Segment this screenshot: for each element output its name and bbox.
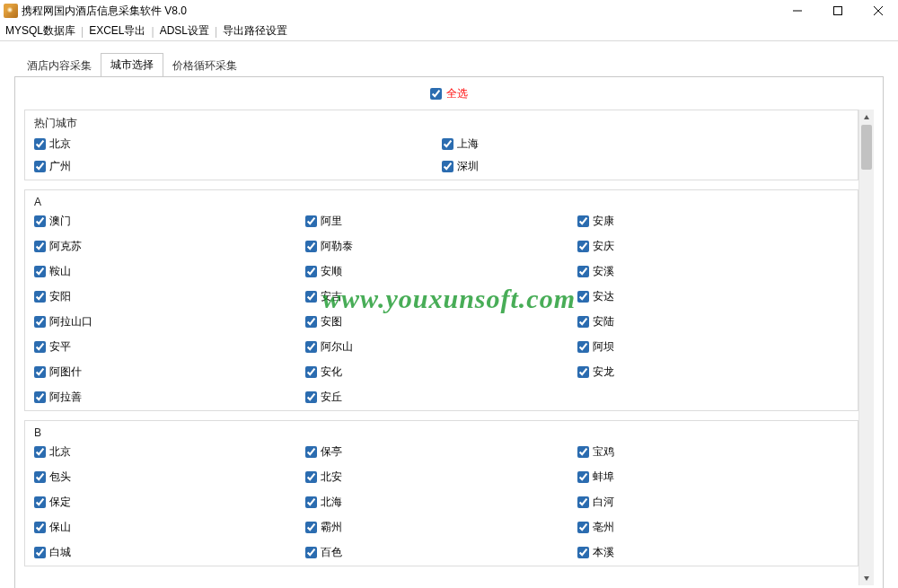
scroll-up-icon[interactable]	[859, 110, 875, 125]
city-item[interactable]: 霸州	[305, 520, 577, 535]
city-item[interactable]: 广州	[34, 159, 442, 174]
city-checkbox[interactable]	[442, 161, 453, 172]
city-item[interactable]: 北京	[34, 444, 305, 460]
city-item[interactable]: 深圳	[442, 159, 850, 174]
city-checkbox[interactable]	[577, 316, 589, 328]
city-checkbox[interactable]	[305, 471, 317, 483]
city-item[interactable]: 安康	[577, 214, 849, 229]
city-item[interactable]: 阿勒泰	[305, 239, 577, 254]
city-checkbox[interactable]	[305, 266, 317, 277]
city-item[interactable]: 包头	[34, 470, 305, 485]
city-checkbox[interactable]	[305, 316, 317, 328]
city-checkbox[interactable]	[577, 471, 589, 483]
maximize-button[interactable]	[817, 0, 858, 22]
city-item[interactable]: 安陆	[577, 314, 849, 329]
tab-hotel-content[interactable]: 酒店内容采集	[18, 55, 101, 77]
city-item[interactable]: 保亭	[305, 444, 577, 460]
city-checkbox[interactable]	[34, 316, 46, 328]
city-item[interactable]: 阿拉山口	[34, 314, 305, 329]
vertical-scrollbar[interactable]	[858, 110, 874, 585]
close-button[interactable]	[858, 0, 898, 22]
city-checkbox[interactable]	[577, 266, 589, 277]
city-item[interactable]: 宝鸡	[577, 444, 849, 460]
city-item[interactable]: 北京	[34, 136, 442, 152]
select-all-label[interactable]: 全选	[446, 87, 468, 100]
city-item[interactable]: 蚌埠	[577, 470, 849, 485]
scroll-thumb[interactable]	[861, 125, 872, 170]
city-item[interactable]: 百色	[305, 545, 577, 560]
city-item[interactable]: 本溪	[577, 545, 849, 560]
city-checkbox[interactable]	[577, 241, 589, 252]
city-checkbox[interactable]	[577, 496, 589, 508]
city-checkbox[interactable]	[305, 446, 317, 458]
tab-price-loop[interactable]: 价格循环采集	[163, 55, 246, 77]
city-checkbox[interactable]	[34, 522, 46, 533]
city-checkbox[interactable]	[577, 215, 589, 227]
city-checkbox[interactable]	[305, 391, 317, 403]
city-checkbox[interactable]	[577, 366, 589, 378]
city-checkbox[interactable]	[305, 547, 317, 558]
city-item[interactable]: 阿图什	[34, 364, 305, 380]
city-checkbox[interactable]	[34, 266, 46, 277]
menu-item-excel[interactable]: EXCEL导出	[89, 23, 145, 39]
city-item[interactable]: 鞍山	[34, 264, 305, 279]
city-checkbox[interactable]	[34, 341, 46, 353]
city-item[interactable]: 保山	[34, 520, 305, 535]
city-item[interactable]: 阿坝	[577, 339, 849, 355]
city-checkbox[interactable]	[305, 496, 317, 508]
city-item[interactable]: 安化	[305, 364, 577, 380]
city-item[interactable]: 阿里	[305, 214, 577, 229]
city-checkbox[interactable]	[34, 446, 46, 458]
city-item[interactable]: 安阳	[34, 289, 305, 304]
city-item[interactable]: 安图	[305, 314, 577, 329]
city-item[interactable]: 安庆	[577, 239, 849, 254]
city-checkbox[interactable]	[34, 138, 46, 150]
city-checkbox[interactable]	[34, 161, 46, 172]
menu-item-adsl[interactable]: ADSL设置	[160, 23, 209, 39]
scroll-down-icon[interactable]	[859, 570, 875, 585]
city-checkbox[interactable]	[577, 522, 589, 533]
city-item[interactable]: 北安	[305, 470, 577, 485]
city-item[interactable]: 北海	[305, 495, 577, 510]
city-item[interactable]: 安溪	[577, 264, 849, 279]
city-item[interactable]: 阿尔山	[305, 339, 577, 355]
city-item[interactable]: 安平	[34, 339, 305, 355]
menu-item-exportpath[interactable]: 导出路径设置	[223, 23, 287, 39]
city-item[interactable]: 安达	[577, 289, 849, 304]
city-checkbox[interactable]	[305, 215, 317, 227]
city-item[interactable]: 安吉	[305, 289, 577, 304]
city-checkbox[interactable]	[577, 341, 589, 353]
city-checkbox[interactable]	[34, 391, 46, 403]
scroll-track[interactable]	[859, 125, 874, 570]
city-checkbox[interactable]	[34, 471, 46, 483]
city-checkbox[interactable]	[305, 241, 317, 252]
city-item[interactable]: 安丘	[305, 390, 577, 405]
city-item[interactable]: 保定	[34, 495, 305, 510]
city-item[interactable]: 阿克苏	[34, 239, 305, 254]
city-checkbox[interactable]	[305, 291, 317, 303]
city-checkbox[interactable]	[305, 522, 317, 533]
city-checkbox[interactable]	[34, 241, 46, 252]
city-checkbox[interactable]	[34, 215, 46, 227]
city-checkbox[interactable]	[577, 547, 589, 558]
city-item[interactable]: 安顺	[305, 264, 577, 279]
select-all-checkbox[interactable]	[430, 88, 442, 100]
tab-city-select[interactable]: 城市选择	[101, 53, 163, 77]
city-item[interactable]: 白城	[34, 545, 305, 560]
minimize-button[interactable]	[777, 0, 817, 22]
menu-item-mysql[interactable]: MYSQL数据库	[5, 23, 75, 39]
city-checkbox[interactable]	[305, 366, 317, 378]
city-item[interactable]: 上海	[442, 136, 850, 152]
city-checkbox[interactable]	[577, 291, 589, 303]
city-checkbox[interactable]	[577, 446, 589, 458]
city-item[interactable]: 阿拉善	[34, 390, 305, 405]
city-item[interactable]: 澳门	[34, 214, 305, 229]
city-checkbox[interactable]	[34, 366, 46, 378]
city-checkbox[interactable]	[34, 496, 46, 508]
city-checkbox[interactable]	[442, 138, 453, 150]
city-checkbox[interactable]	[34, 547, 46, 558]
city-item[interactable]: 安龙	[577, 364, 849, 380]
city-checkbox[interactable]	[305, 341, 317, 353]
city-item[interactable]: 白河	[577, 495, 849, 510]
city-checkbox[interactable]	[34, 291, 46, 303]
